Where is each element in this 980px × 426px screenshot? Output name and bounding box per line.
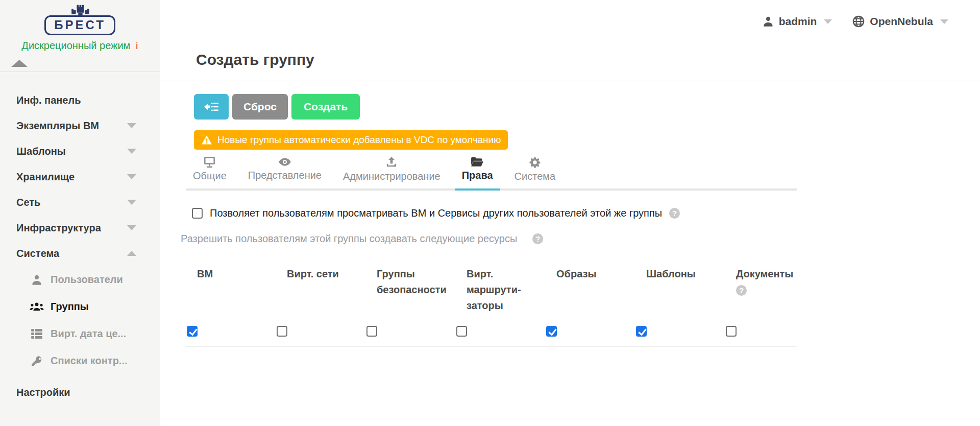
help-icon[interactable]: ? [669, 208, 680, 219]
sidebar-item-infrastructure[interactable]: Инфраструктура [0, 215, 160, 241]
chevron-down-icon[interactable] [127, 200, 136, 205]
vnet-checkbox[interactable] [277, 326, 287, 337]
sidebar-item-templates[interactable]: Шаблоны [0, 138, 160, 164]
account-bar: badmin OpenNebula [763, 15, 948, 28]
sidebar-item-dashboard[interactable]: Инф. панель [0, 87, 160, 113]
topbar: Создать группу badmin OpenNebula [160, 0, 980, 81]
warning-text: Новые группы автоматически добавлены в V… [217, 134, 501, 146]
vrouter-checkbox[interactable] [456, 326, 467, 337]
zone-name: OpenNebula [870, 15, 933, 28]
chevron-down-icon[interactable] [127, 149, 136, 154]
create-button[interactable]: Создать [291, 94, 360, 120]
warning-banner: Новые группы автоматически добавлены в V… [194, 130, 508, 150]
sidebar-item-label: Хранилище [16, 171, 75, 183]
upload-icon [385, 156, 398, 169]
tab-bar: Общие Представление Администрирование Пр… [186, 156, 797, 191]
sidebar-item-system[interactable]: Система [0, 241, 160, 266]
triangle-up-icon [11, 60, 28, 67]
sidebar-item-label: Сеть [16, 197, 40, 208]
reset-button[interactable]: Сброс [232, 94, 288, 120]
column-header-image: Образы [556, 268, 597, 279]
sidebar-item-virtual-data-centers[interactable]: Вирт. дата це... [0, 320, 160, 347]
monitor-icon [203, 156, 216, 168]
mode-line: Дискреционный режимi [0, 40, 160, 52]
vm-checkbox[interactable] [187, 326, 198, 337]
tab-general[interactable]: Общие [186, 156, 234, 191]
eye-icon [278, 156, 291, 168]
folder-open-icon [471, 156, 484, 168]
tab-label: Система [514, 171, 556, 182]
gear-icon [529, 156, 541, 169]
sidebar-item-label: Экземпляры ВМ [16, 120, 99, 132]
sidebar-subitem-label: Вирт. дата це... [51, 328, 126, 340]
template-checkbox[interactable] [636, 326, 647, 337]
sidebar-item-network[interactable]: Сеть [0, 190, 160, 215]
create-resources-table: ВМ Вирт. сети Группы безопасности Вирт. … [186, 258, 797, 347]
sidebar: БРЕСТ Дискреционный режимi Инф. панель Э… [0, 0, 160, 426]
zone-menu[interactable]: OpenNebula [852, 15, 948, 28]
sidebar-item-settings[interactable]: Настройки [0, 387, 160, 398]
view-others-checkbox[interactable] [192, 208, 203, 219]
tab-views[interactable]: Представление [241, 156, 329, 191]
sidebar-item-label: Система [16, 248, 59, 259]
image-checkbox[interactable] [546, 326, 557, 337]
tab-label: Права [462, 170, 493, 181]
username: badmin [779, 15, 817, 28]
document-checkbox[interactable] [726, 326, 737, 337]
tab-admin[interactable]: Администрирование [336, 156, 448, 191]
warning-icon [201, 135, 212, 145]
chevron-down-icon[interactable] [127, 174, 136, 179]
sidebar-item-label: Настройки [16, 387, 70, 398]
chevron-down-icon [824, 19, 832, 24]
chevron-down-icon[interactable] [127, 225, 136, 230]
back-list-icon [204, 102, 219, 112]
sidebar-item-label: Инфраструктура [16, 222, 101, 234]
column-header-secgroup: Группы безопасности [377, 268, 447, 295]
table-header-row: ВМ Вирт. сети Группы безопасности Вирт. … [186, 258, 797, 318]
tab-label: Администрирование [343, 171, 440, 182]
info-icon[interactable]: i [135, 40, 138, 51]
create-resources-note: Разрешить пользователям этой группы созд… [181, 233, 980, 245]
sidebar-item-label: Инф. панель [16, 94, 81, 106]
brand-block: БРЕСТ Дискреционный режимi [0, 0, 160, 52]
sidebar-collapse-control[interactable] [11, 60, 160, 67]
page-title: Создать группу [196, 51, 314, 68]
user-menu[interactable]: badmin [763, 15, 832, 28]
form-toolbar: Сброс Создать [194, 94, 980, 120]
sidebar-item-label: Шаблоны [16, 146, 66, 157]
sidebar-subitem-label: Пользователи [51, 274, 123, 286]
sidebar-item-groups[interactable]: Группы [0, 293, 160, 320]
sidebar-item-storage[interactable]: Хранилище [0, 164, 160, 190]
sidebar-item-vm-instances[interactable]: Экземпляры ВМ [0, 113, 160, 138]
create-resources-label: Разрешить пользователям этой группы созд… [181, 233, 517, 245]
secgroup-checkbox[interactable] [366, 326, 377, 337]
mode-label: Дискреционный режим [21, 40, 130, 51]
tab-label: Представление [248, 170, 322, 181]
column-header-document: Документы [736, 268, 793, 279]
column-header-template: Шаблоны [646, 268, 696, 279]
sidebar-divider [0, 72, 160, 72]
users-icon [30, 302, 44, 312]
brand-wordmark: БРЕСТ [44, 15, 115, 35]
help-icon[interactable]: ? [532, 233, 543, 244]
tabs-section: Общие Представление Администрирование Пр… [186, 156, 980, 347]
column-header-vm: ВМ [197, 268, 213, 279]
table-row [186, 318, 797, 347]
chevron-down-icon [940, 19, 948, 24]
column-header-vnet: Вирт. сети [287, 268, 339, 279]
main-area: Создать группу badmin OpenNebula [160, 0, 980, 426]
sidebar-subitem-label: Списки контр... [51, 355, 128, 367]
back-to-list-button[interactable] [194, 94, 229, 120]
tab-system[interactable]: Система [507, 156, 563, 191]
view-others-label: Позволяет пользователям просматривать ВМ… [210, 207, 662, 219]
list-icon [30, 329, 44, 339]
sidebar-item-access-control-lists[interactable]: Списки контр... [0, 347, 160, 374]
user-icon [763, 16, 774, 27]
user-icon [30, 274, 44, 286]
chevron-up-icon[interactable] [127, 251, 136, 256]
sidebar-item-users[interactable]: Пользователи [0, 266, 160, 293]
tab-permissions[interactable]: Права [455, 156, 500, 191]
help-icon[interactable]: ? [736, 285, 747, 296]
tab-label: Общие [193, 170, 227, 182]
chevron-down-icon[interactable] [127, 123, 136, 128]
